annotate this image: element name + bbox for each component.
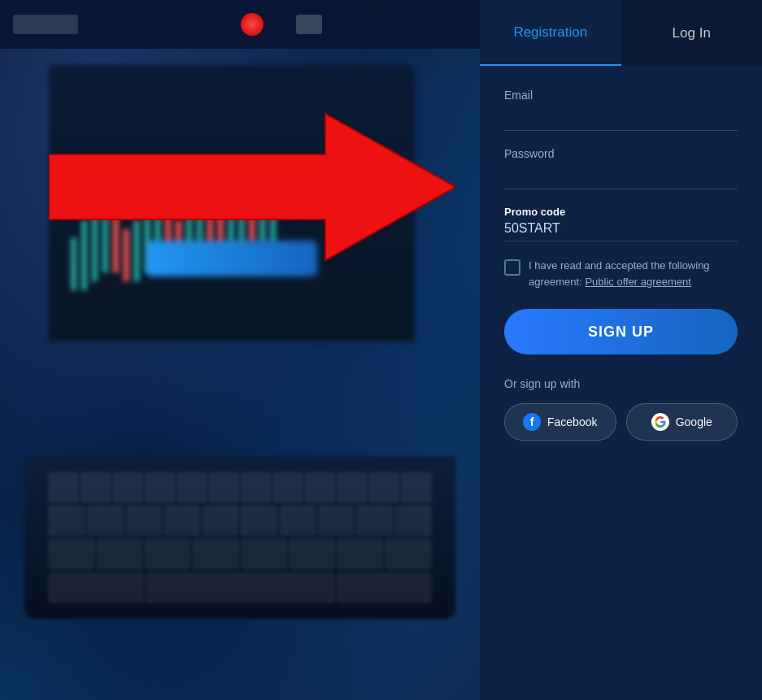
google-icon (651, 413, 669, 431)
tab-header: Registration Log In (480, 0, 762, 66)
right-panel: Registration Log In Email Password Promo… (480, 0, 762, 700)
svg-rect-6 (134, 220, 140, 281)
svg-rect-1 (81, 220, 87, 290)
red-dot-simulation (241, 13, 263, 36)
cta-button-simulation (146, 241, 317, 276)
public-offer-link[interactable]: Public offer agreement (585, 276, 691, 288)
email-input[interactable] (504, 107, 738, 131)
icon-simulation (296, 15, 322, 34)
promo-value: 50START (504, 221, 560, 235)
keyboard-simulation (24, 456, 455, 619)
svg-rect-2 (92, 202, 98, 281)
agreement-checkbox[interactable] (504, 259, 520, 276)
background-panel (0, 0, 480, 700)
or-sign-up-text: Or sign up with (504, 377, 738, 390)
tab-registration[interactable]: Registration (480, 0, 621, 66)
chart-area (57, 98, 407, 325)
password-input[interactable] (504, 165, 738, 189)
tab-login[interactable]: Log In (621, 0, 763, 66)
google-button[interactable]: Google (626, 403, 738, 441)
svg-rect-5 (124, 229, 129, 282)
password-label: Password (504, 147, 738, 160)
email-field-group: Email (504, 89, 738, 131)
signup-button[interactable]: SIGN UP (504, 309, 738, 354)
agreement-text: I have read and accepted the following a… (529, 258, 738, 289)
svg-rect-0 (71, 237, 76, 290)
svg-rect-4 (113, 211, 119, 272)
logo-simulation (13, 15, 78, 34)
facebook-button[interactable]: f Facebook (504, 403, 616, 441)
email-label: Email (504, 89, 738, 102)
social-buttons: f Facebook Google (504, 403, 738, 441)
facebook-icon: f (523, 413, 541, 431)
registration-form: Email Password Promo code 50START I have… (480, 66, 762, 700)
password-field-group: Password (504, 147, 738, 189)
promo-field-group: Promo code 50START (504, 206, 738, 241)
screen-simulation (49, 65, 415, 341)
svg-rect-3 (102, 185, 108, 273)
agreement-area: I have read and accepted the following a… (504, 258, 738, 289)
promo-label: Promo code (504, 206, 738, 218)
laptop-simulation (24, 65, 455, 619)
top-bar-simulation (0, 0, 480, 49)
